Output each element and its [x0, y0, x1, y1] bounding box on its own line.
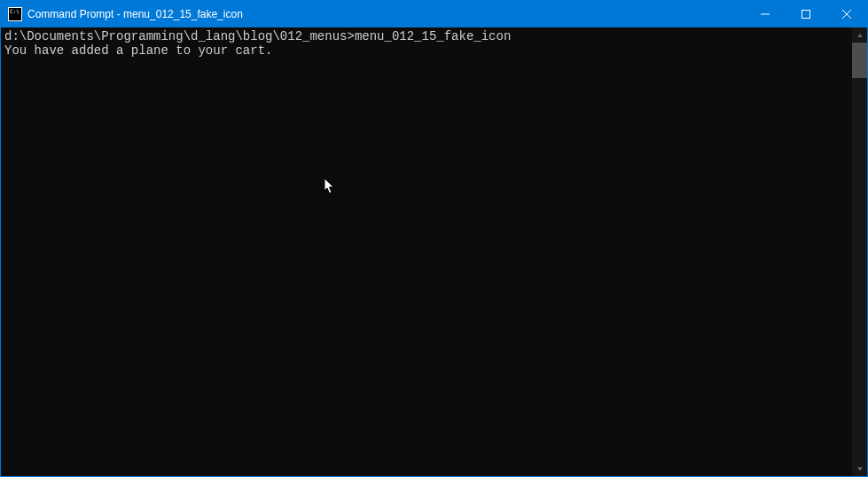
chevron-down-icon — [856, 465, 864, 473]
close-button[interactable] — [826, 1, 867, 27]
cmd-icon — [8, 7, 22, 21]
svg-rect-1 — [802, 11, 810, 19]
terminal-output[interactable]: d:\Documents\Programming\d_lang\blog\012… — [1, 27, 852, 476]
command-text: menu_012_15_fake_icon — [355, 29, 511, 43]
mouse-cursor-icon — [325, 178, 335, 195]
window-controls — [745, 1, 867, 27]
prompt-path: d:\Documents\Programming\d_lang\blog\012… — [4, 29, 355, 43]
output-line: You have added a plane to your cart. — [4, 43, 272, 58]
scroll-thumb[interactable] — [852, 43, 867, 78]
scroll-down-button[interactable] — [852, 461, 867, 476]
window-title: Command Prompt - menu_012_15_fake_icon — [27, 8, 243, 20]
minimize-button[interactable] — [745, 1, 786, 27]
content-area: d:\Documents\Programming\d_lang\blog\012… — [1, 27, 867, 476]
vertical-scrollbar[interactable] — [852, 27, 867, 476]
close-icon — [842, 10, 851, 19]
titlebar[interactable]: Command Prompt - menu_012_15_fake_icon — [1, 1, 867, 27]
scroll-up-button[interactable] — [852, 27, 867, 43]
minimize-icon — [761, 10, 770, 19]
maximize-button[interactable] — [786, 1, 826, 27]
command-prompt-window: Command Prompt - menu_012_15_fake_icon d… — [0, 0, 868, 477]
chevron-up-icon — [856, 32, 864, 39]
maximize-icon — [802, 10, 810, 19]
